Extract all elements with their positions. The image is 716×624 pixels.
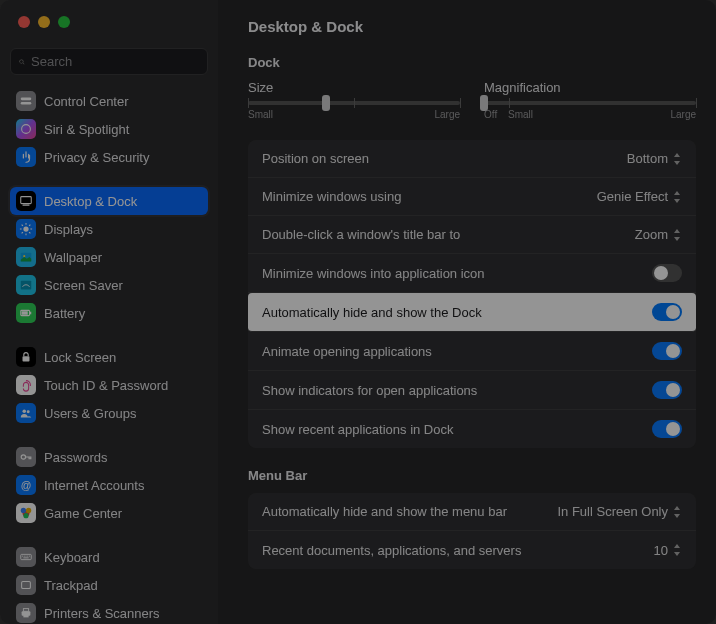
- page-title: Desktop & Dock: [248, 18, 696, 35]
- svg-point-21: [23, 410, 27, 414]
- sidebar-item-trackpad[interactable]: Trackpad: [10, 571, 208, 599]
- sidebar-item-touch-id-password[interactable]: Touch ID & Password: [10, 371, 208, 399]
- toggle-switch[interactable]: [652, 420, 682, 438]
- svg-rect-3: [21, 197, 32, 204]
- sidebar-item-battery[interactable]: Battery: [10, 299, 208, 327]
- svg-line-10: [22, 225, 23, 226]
- svg-point-2: [22, 125, 31, 134]
- sidebar-item-label: Keyboard: [44, 550, 100, 565]
- sidebar-item-lock-screen[interactable]: Lock Screen: [10, 343, 208, 371]
- sidebar-item-label: Game Center: [44, 506, 122, 521]
- svg-rect-34: [27, 556, 28, 557]
- sidebar-item-label: Screen Saver: [44, 278, 123, 293]
- setting-row-recent-documents-applications-and-servers: Recent documents, applications, and serv…: [248, 531, 696, 569]
- at-icon: @: [16, 475, 36, 495]
- popup-button[interactable]: Zoom: [635, 227, 682, 242]
- setting-label: Animate opening applications: [262, 344, 432, 359]
- popup-button[interactable]: In Full Screen Only: [557, 504, 682, 519]
- window-traffic-lights[interactable]: [18, 16, 70, 28]
- mag-max-label: Large: [670, 109, 696, 120]
- search-input[interactable]: [31, 54, 199, 69]
- dock-size-slider[interactable]: Size Small Large: [248, 80, 460, 120]
- sidebar-item-label: Trackpad: [44, 578, 98, 593]
- toggle-knob-icon: [666, 305, 680, 319]
- siri-icon: [16, 119, 36, 139]
- cc-icon: [16, 91, 36, 111]
- wall-icon: [16, 247, 36, 267]
- svg-point-22: [27, 410, 30, 413]
- toggle-switch[interactable]: [652, 381, 682, 399]
- sidebar-item-displays[interactable]: Displays: [10, 215, 208, 243]
- key-icon: [16, 447, 36, 467]
- popup-button[interactable]: 10: [654, 543, 682, 558]
- popup-value: 10: [654, 543, 668, 558]
- toggle-switch[interactable]: [652, 342, 682, 360]
- svg-point-27: [26, 508, 31, 513]
- toggle-switch[interactable]: [652, 264, 682, 282]
- sidebar-item-control-center[interactable]: Control Center: [10, 87, 208, 115]
- svg-text:@: @: [21, 479, 32, 491]
- setting-row-animate-opening-applications: Animate opening applications: [248, 332, 696, 371]
- svg-rect-20: [23, 356, 30, 361]
- dock-magnification-slider[interactable]: Magnification Off Small Large: [484, 80, 696, 120]
- updown-arrows-icon: [672, 505, 682, 519]
- toggle-switch[interactable]: [652, 303, 682, 321]
- svg-line-11: [29, 232, 30, 233]
- sidebar-item-screen-saver[interactable]: Screen Saver: [10, 271, 208, 299]
- tp-icon: [16, 575, 36, 595]
- hand-icon: [16, 147, 36, 167]
- svg-point-28: [23, 513, 28, 518]
- sidebar-item-wallpaper[interactable]: Wallpaper: [10, 243, 208, 271]
- setting-label: Automatically hide and show the menu bar: [262, 504, 507, 519]
- slider-thumb-icon[interactable]: [322, 95, 330, 111]
- main-content: Desktop & Dock Dock Size Small Large Mag…: [218, 0, 716, 624]
- sidebar-item-desktop-dock[interactable]: Desktop & Dock: [10, 187, 208, 215]
- sidebar-item-siri-spotlight[interactable]: Siri & Spotlight: [10, 115, 208, 143]
- touch-icon: [16, 375, 36, 395]
- sidebar-item-label: Passwords: [44, 450, 108, 465]
- sidebar-item-printers-scanners[interactable]: Printers & Scanners: [10, 599, 208, 624]
- setting-row-automatically-hide-and-show-the-dock: Automatically hide and show the Dock: [248, 293, 696, 332]
- search-icon: [19, 55, 25, 69]
- svg-rect-35: [29, 556, 30, 557]
- setting-row-automatically-hide-and-show-the-menu-bar: Automatically hide and show the menu bar…: [248, 493, 696, 531]
- dock-heading: Dock: [248, 55, 696, 70]
- svg-rect-4: [23, 205, 30, 206]
- fullscreen-window-icon[interactable]: [58, 16, 70, 28]
- dock-settings-panel: Position on screenBottomMinimize windows…: [248, 140, 696, 448]
- svg-rect-37: [22, 582, 31, 589]
- batt-icon: [16, 303, 36, 323]
- updown-arrows-icon: [672, 152, 682, 166]
- sidebar-item-label: Printers & Scanners: [44, 606, 160, 621]
- close-window-icon[interactable]: [18, 16, 30, 28]
- ss-icon: [16, 275, 36, 295]
- sidebar-item-internet-accounts[interactable]: @Internet Accounts: [10, 471, 208, 499]
- updown-arrows-icon: [672, 543, 682, 557]
- minimize-window-icon[interactable]: [38, 16, 50, 28]
- svg-rect-33: [26, 556, 27, 557]
- sidebar: Control CenterSiri & SpotlightPrivacy & …: [0, 0, 218, 624]
- mag-off-label: Off: [484, 109, 508, 120]
- sidebar-item-passwords[interactable]: Passwords: [10, 443, 208, 471]
- toggle-knob-icon: [654, 266, 668, 280]
- svg-rect-0: [21, 98, 32, 101]
- popup-button[interactable]: Genie Effect: [597, 189, 682, 204]
- popup-value: Bottom: [627, 151, 668, 166]
- slider-thumb-icon[interactable]: [480, 95, 488, 111]
- sidebar-item-keyboard[interactable]: Keyboard: [10, 543, 208, 571]
- sidebar-item-label: Lock Screen: [44, 350, 116, 365]
- svg-rect-1: [21, 102, 32, 105]
- sidebar-item-users-groups[interactable]: Users & Groups: [10, 399, 208, 427]
- search-field[interactable]: [10, 48, 208, 75]
- svg-rect-19: [22, 311, 28, 315]
- sidebar-item-game-center[interactable]: Game Center: [10, 499, 208, 527]
- size-label: Size: [248, 80, 460, 95]
- mag-label: Magnification: [484, 80, 696, 95]
- svg-rect-39: [23, 609, 28, 612]
- popup-button[interactable]: Bottom: [627, 151, 682, 166]
- sidebar-item-label: Touch ID & Password: [44, 378, 168, 393]
- svg-point-5: [23, 226, 28, 231]
- setting-label: Minimize windows into application icon: [262, 266, 485, 281]
- sidebar-item-privacy-security[interactable]: Privacy & Security: [10, 143, 208, 171]
- svg-line-13: [29, 225, 30, 226]
